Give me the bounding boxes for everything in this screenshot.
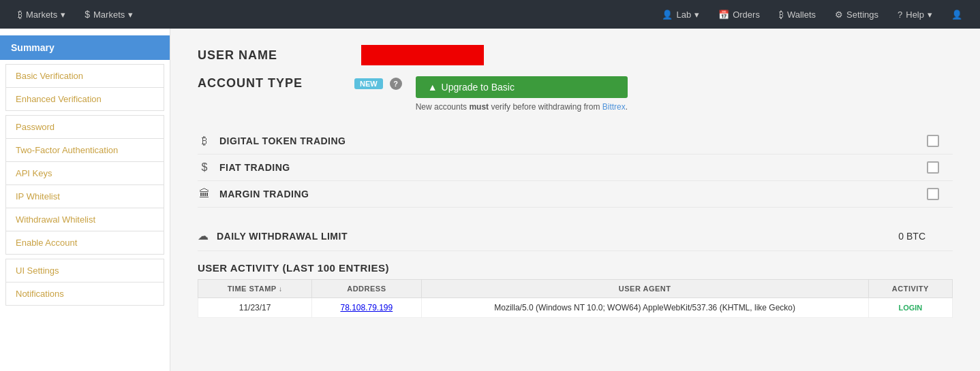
chevron-down-icon: ▾ xyxy=(61,10,65,20)
username-input[interactable] xyxy=(361,45,484,65)
activity-table-header-row: TIME STAMP ↓ ADDRESS USER AGENT ACTIVITY xyxy=(198,280,953,298)
sidebar-item-api-keys[interactable]: API Keys xyxy=(6,162,164,185)
nav-user-icon[interactable]: 👤 xyxy=(942,0,972,29)
topnav: ₿ Markets ▾ $ Markets ▾ 👤 Lab ▾ 📅 Orders… xyxy=(0,0,980,29)
username-row: USER NAME xyxy=(198,45,953,65)
activity-table-body: 11/23/17 78.108.79.199 Mozilla/5.0 (Wind… xyxy=(198,298,953,318)
cloud-upload-icon: ☁ xyxy=(198,229,209,242)
table-row: 11/23/17 78.108.79.199 Mozilla/5.0 (Wind… xyxy=(198,298,953,318)
verify-note: New accounts must verify before withdraw… xyxy=(416,102,628,112)
withdrawal-row: ☁ DAILY WITHDRAWAL LIMIT 0 BTC xyxy=(198,221,953,251)
sidebar-item-two-factor[interactable]: Two-Factor Authentication xyxy=(6,139,164,162)
nav-lab-label: Lab xyxy=(676,10,691,20)
nav-markets-coin-label: Markets xyxy=(26,10,57,20)
sidebar: Summary Basic Verification Enhanced Veri… xyxy=(0,29,170,371)
nav-help-label: Help xyxy=(906,10,924,20)
sidebar-item-withdrawal-whitelist[interactable]: Withdrawal Whitelist xyxy=(6,208,164,231)
activity-title: USER ACTIVITY (LAST 100 ENTRIES) xyxy=(198,262,953,274)
sidebar-item-enable-account[interactable]: Enable Account xyxy=(6,231,164,254)
feature-digital-token-label: DIGITAL TOKEN TRADING xyxy=(219,135,919,146)
chevron-down-icon-2: ▾ xyxy=(128,10,133,20)
nav-orders[interactable]: 📅 Orders xyxy=(709,0,769,29)
sidebar-basic-verification-label: Basic Verification xyxy=(16,71,83,81)
upgrade-to-basic-button[interactable]: ▲ Upgrade to Basic xyxy=(416,76,628,98)
sidebar-item-ip-whitelist[interactable]: IP Whitelist xyxy=(6,185,164,208)
withdrawal-label: DAILY WITHDRAWAL LIMIT xyxy=(217,231,890,242)
sidebar-enhanced-verification-label: Enhanced Verification xyxy=(16,94,102,104)
account-type-right: ▲ Upgrade to Basic New accounts must ver… xyxy=(416,76,628,112)
feature-fiat-trading-label: FIAT TRADING xyxy=(219,162,919,173)
sidebar-item-notifications[interactable]: Notifications xyxy=(6,283,164,305)
sidebar-group-settings: UI Settings Notifications xyxy=(5,259,164,306)
nav-settings-label: Settings xyxy=(846,10,878,20)
nav-settings[interactable]: ⚙ Settings xyxy=(825,0,888,29)
address-link[interactable]: 78.108.79.199 xyxy=(340,303,393,312)
main-content: USER NAME ACCOUNT TYPE NEW ? ▲ Upgrade t… xyxy=(170,29,980,371)
sidebar-two-factor-label: Two-Factor Authentication xyxy=(16,145,118,155)
bittrex-link[interactable]: Bittrex xyxy=(602,102,626,112)
cell-timestamp: 11/23/17 xyxy=(198,298,312,318)
help-circle-icon[interactable]: ? xyxy=(390,78,402,90)
activity-table: TIME STAMP ↓ ADDRESS USER AGENT ACTIVITY xyxy=(198,279,953,318)
nav-markets-dollar-label: Markets xyxy=(93,10,125,20)
nav-help[interactable]: ? Help ▾ xyxy=(888,0,942,29)
cell-user-agent: Mozilla/5.0 (Windows NT 10.0; WOW64) App… xyxy=(421,298,868,318)
username-label: USER NAME xyxy=(198,48,348,63)
upgrade-button-label: Upgrade to Basic xyxy=(442,82,515,93)
topnav-right: 👤 Lab ▾ 📅 Orders ₿ Wallets ⚙ Settings ? … xyxy=(652,0,972,29)
th-activity: ACTIVITY xyxy=(868,280,952,298)
orders-icon: 📅 xyxy=(718,10,729,20)
fiat-trading-checkbox[interactable] xyxy=(927,161,939,174)
sidebar-ip-whitelist-label: IP Whitelist xyxy=(16,191,60,201)
sidebar-withdrawal-whitelist-label: Withdrawal Whitelist xyxy=(16,214,95,225)
margin-trading-checkbox[interactable] xyxy=(927,188,939,200)
sidebar-item-password[interactable]: Password xyxy=(6,116,164,139)
th-user-agent: USER AGENT xyxy=(421,280,868,298)
sidebar-password-label: Password xyxy=(16,122,55,132)
main-layout: Summary Basic Verification Enhanced Veri… xyxy=(0,29,980,371)
bitcoin-icon: ₿ xyxy=(18,9,22,20)
digital-token-checkbox[interactable] xyxy=(927,135,939,147)
sidebar-group-security: Password Two-Factor Authentication API K… xyxy=(5,115,164,255)
sidebar-item-basic-verification[interactable]: Basic Verification xyxy=(6,65,164,88)
chevron-down-icon-3: ▾ xyxy=(694,10,699,20)
sidebar-summary-label: Summary xyxy=(11,42,55,53)
bitcoin-feature-icon: ₿ xyxy=(198,135,211,147)
th-timestamp-label: TIME STAMP xyxy=(228,285,277,293)
sidebar-item-summary[interactable]: Summary xyxy=(0,35,170,60)
th-address: ADDRESS xyxy=(312,280,421,298)
feature-fiat-trading: $ FIAT TRADING xyxy=(198,155,953,181)
th-address-label: ADDRESS xyxy=(347,285,386,293)
dollar-feature-icon: $ xyxy=(198,161,211,174)
cell-activity: LOGIN xyxy=(868,298,952,318)
user-circle-icon: 👤 xyxy=(951,10,962,20)
account-type-label: ACCOUNT TYPE xyxy=(198,76,348,91)
th-timestamp[interactable]: TIME STAMP ↓ xyxy=(198,280,312,298)
gear-icon: ⚙ xyxy=(835,10,843,20)
sidebar-enable-account-label: Enable Account xyxy=(16,238,77,248)
lab-icon: 👤 xyxy=(662,10,673,20)
sidebar-notifications-label: Notifications xyxy=(16,289,64,299)
nav-wallets-label: Wallets xyxy=(787,10,816,20)
sort-arrow-icon: ↓ xyxy=(279,285,283,293)
nav-lab[interactable]: 👤 Lab ▾ xyxy=(652,0,709,29)
dollar-icon: $ xyxy=(85,9,90,20)
sidebar-item-ui-settings[interactable]: UI Settings xyxy=(6,259,164,283)
th-user-agent-label: USER AGENT xyxy=(619,285,671,293)
help-icon: ? xyxy=(898,10,902,20)
nav-markets-coin[interactable]: ₿ Markets ▾ xyxy=(8,0,75,29)
account-type-badge: NEW xyxy=(354,78,383,89)
th-activity-label: ACTIVITY xyxy=(892,285,929,293)
login-badge: LOGIN xyxy=(898,304,922,312)
account-type-left: ACCOUNT TYPE NEW ? xyxy=(198,76,402,91)
nav-markets-dollar[interactable]: $ Markets ▾ xyxy=(75,0,142,29)
cell-address: 78.108.79.199 xyxy=(312,298,421,318)
withdrawal-value: 0 BTC xyxy=(898,231,925,242)
sidebar-api-keys-label: API Keys xyxy=(16,168,52,178)
feature-digital-token: ₿ DIGITAL TOKEN TRADING xyxy=(198,128,953,155)
feature-margin-trading-label: MARGIN TRADING xyxy=(219,189,919,199)
sidebar-item-enhanced-verification[interactable]: Enhanced Verification xyxy=(6,88,164,110)
features-section: ₿ DIGITAL TOKEN TRADING $ FIAT TRADING 🏛… xyxy=(198,128,953,208)
nav-wallets[interactable]: ₿ Wallets xyxy=(769,0,825,29)
sidebar-ui-settings-label: UI Settings xyxy=(16,265,59,276)
